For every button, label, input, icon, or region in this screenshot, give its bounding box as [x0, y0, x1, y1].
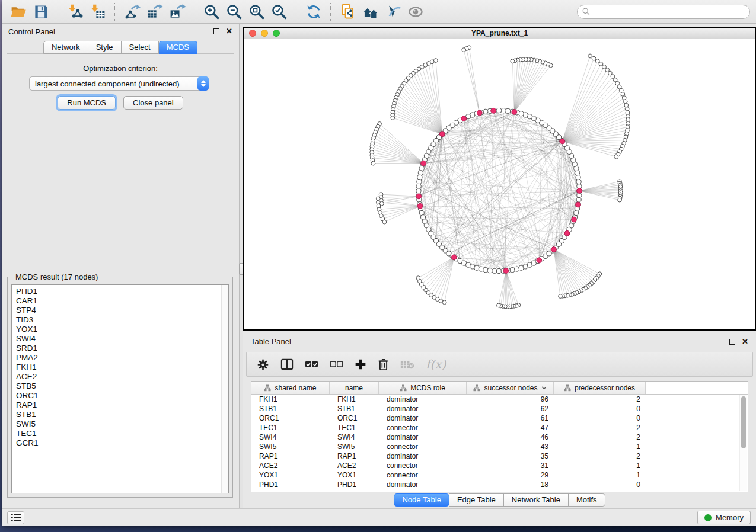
- list-item[interactable]: TEC1: [16, 429, 221, 438]
- gear-icon: [257, 358, 269, 371]
- toolbar-separator: [114, 3, 115, 21]
- panel-divider[interactable]: [239, 24, 243, 508]
- open-file-button[interactable]: [8, 2, 28, 21]
- hide-annotations-button[interactable]: [382, 2, 403, 21]
- task-history-button[interactable]: [7, 511, 24, 524]
- delete-table-button[interactable]: [400, 359, 414, 370]
- tab-edge-table[interactable]: Edge Table: [449, 493, 504, 507]
- scrollbar-thumb[interactable]: [741, 396, 746, 448]
- network-window-titlebar[interactable]: YPA_prune.txt_1: [244, 28, 755, 39]
- cell-shared-name: TEC1: [251, 423, 330, 432]
- list-item[interactable]: PHD1: [16, 287, 221, 296]
- window-close-light[interactable]: [249, 30, 256, 37]
- import-network-button[interactable]: [65, 2, 85, 21]
- column-header-successor-nodes[interactable]: successor nodes: [467, 382, 554, 394]
- close-table-panel-icon[interactable]: ✕: [742, 339, 748, 345]
- tab-network-table[interactable]: Network Table: [504, 493, 569, 507]
- close-panel-icon[interactable]: ✕: [226, 28, 232, 34]
- tree-icon: [564, 384, 571, 392]
- tab-style[interactable]: Style: [88, 41, 122, 54]
- plus-icon: [355, 358, 366, 370]
- select-stepper-icon: [197, 76, 209, 91]
- list-item[interactable]: ACE2: [16, 372, 221, 382]
- deselect-all-button[interactable]: [330, 360, 343, 368]
- column-header-predecessor-nodes[interactable]: predecessor nodes: [554, 382, 646, 394]
- column-header-name[interactable]: name: [330, 382, 379, 394]
- apply-layout-button[interactable]: [303, 2, 324, 21]
- float-table-panel-icon[interactable]: [729, 339, 735, 345]
- sort-desc-icon: [541, 386, 547, 390]
- tab-node-table[interactable]: Node Table: [394, 493, 449, 507]
- zoom-selected-button[interactable]: [269, 2, 289, 21]
- memory-button[interactable]: Memory: [697, 511, 751, 524]
- table-scrollbar[interactable]: [739, 395, 747, 491]
- import-table-button[interactable]: [87, 2, 108, 21]
- table-row[interactable]: SWI5SWI5connector431: [251, 442, 748, 451]
- float-panel-icon[interactable]: [213, 28, 219, 34]
- list-item[interactable]: CAR1: [16, 296, 221, 306]
- tab-motifs[interactable]: Motifs: [569, 493, 605, 507]
- panel-layout-button[interactable]: [280, 358, 294, 370]
- export-table-button[interactable]: [144, 2, 165, 21]
- zoom-fit-icon: [248, 4, 265, 20]
- annotation-flag-icon: [385, 4, 401, 20]
- table-row[interactable]: STB1STB1dominator620: [251, 404, 748, 414]
- column-header-MCDS-role[interactable]: MCDS role: [379, 382, 467, 394]
- tab-network[interactable]: Network: [43, 41, 88, 54]
- search-input[interactable]: [593, 7, 745, 17]
- export-image-button[interactable]: [167, 2, 187, 21]
- first-neighbors-button[interactable]: [360, 2, 381, 21]
- list-item[interactable]: TID3: [16, 315, 221, 325]
- criterion-select-value: largest connected component (undirected): [30, 79, 198, 88]
- window-zoom-light[interactable]: [273, 30, 280, 37]
- tab-mcds[interactable]: MCDS: [159, 41, 197, 54]
- table-row[interactable]: TEC1TEC1connector472: [251, 423, 748, 432]
- table-row[interactable]: RAP1RAP1dominator352: [251, 451, 748, 461]
- list-item[interactable]: GCR1: [16, 438, 221, 448]
- run-mcds-button[interactable]: Run MCDS: [58, 96, 116, 110]
- list-item[interactable]: SWI4: [16, 334, 221, 344]
- table-row[interactable]: YOX1YOX1connector291: [251, 470, 748, 480]
- show-details-button[interactable]: [405, 2, 426, 21]
- table-row[interactable]: FKH1FKH1dominator962: [251, 395, 748, 404]
- list-item[interactable]: SRD1: [16, 344, 221, 353]
- table-row[interactable]: ORC1ORC1dominator610: [251, 414, 748, 423]
- table-settings-button[interactable]: [257, 358, 269, 371]
- select-all-button[interactable]: [305, 360, 318, 368]
- zoom-in-button[interactable]: [201, 2, 222, 21]
- list-item[interactable]: ORC1: [16, 391, 221, 400]
- list-item[interactable]: SWI5: [16, 419, 221, 429]
- function-builder-button[interactable]: f(x): [426, 357, 446, 371]
- cell-successor-nodes: 96: [467, 395, 554, 404]
- export-network-button[interactable]: [122, 2, 142, 21]
- tab-select[interactable]: Select: [122, 41, 159, 54]
- list-item[interactable]: STB5: [16, 382, 221, 391]
- zoom-in-icon: [203, 4, 220, 20]
- memory-status-icon: [704, 514, 712, 521]
- list-scrollbar[interactable]: [221, 285, 228, 493]
- table-row[interactable]: ACE2ACE2connector311: [251, 461, 748, 470]
- zoom-out-button[interactable]: [224, 2, 244, 21]
- network-canvas[interactable]: [244, 39, 755, 329]
- clone-network-button[interactable]: [337, 2, 358, 21]
- cell-MCDS-role: dominator: [379, 480, 467, 489]
- save-session-button[interactable]: [30, 2, 51, 21]
- window-minimize-light[interactable]: [261, 30, 268, 37]
- list-item[interactable]: FKH1: [16, 363, 221, 372]
- list-item[interactable]: PMA2: [16, 353, 221, 363]
- criterion-select[interactable]: largest connected component (undirected): [29, 76, 209, 91]
- close-panel-button[interactable]: Close panel: [123, 96, 183, 110]
- main-toolbar: [2, 0, 756, 24]
- list-item[interactable]: RAP1: [16, 400, 221, 410]
- cell-successor-nodes: 47: [467, 423, 554, 432]
- column-header-shared-name[interactable]: shared name: [251, 382, 330, 394]
- delete-column-button[interactable]: [378, 358, 389, 371]
- table-row[interactable]: PHD1PHD1dominator180: [251, 480, 748, 489]
- table-row[interactable]: SWI4SWI4dominator462: [251, 432, 748, 442]
- list-item[interactable]: STB1: [16, 410, 221, 419]
- list-item[interactable]: YOX1: [16, 325, 221, 334]
- cell-shared-name: RAP1: [251, 451, 330, 461]
- add-column-button[interactable]: [355, 358, 366, 370]
- zoom-fit-button[interactable]: [246, 2, 267, 21]
- list-item[interactable]: STP4: [16, 306, 221, 315]
